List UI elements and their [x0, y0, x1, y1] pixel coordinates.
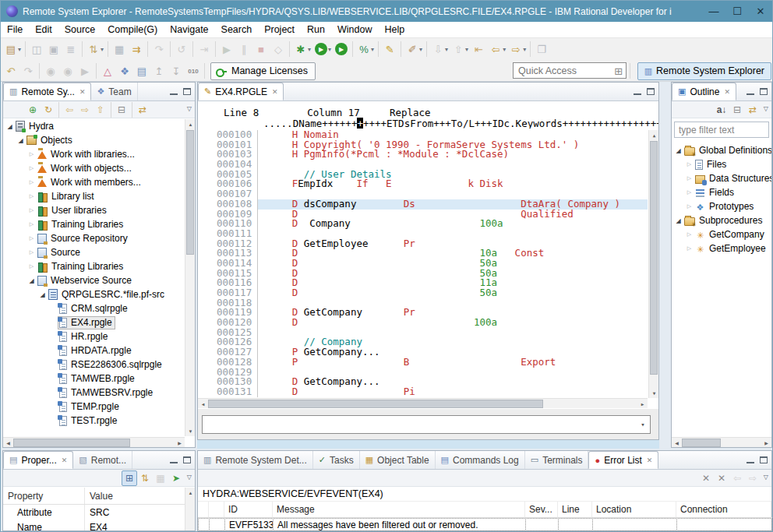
console-tab-remote-system-det[interactable]: ▥Remote System Det...: [198, 451, 313, 469]
tree-item-ex4-rpgle[interactable]: EX4.rpgle: [3, 315, 185, 329]
editor-sash[interactable]: [197, 440, 659, 449]
scroll-right-icon[interactable]: ▶: [175, 438, 185, 448]
property-row-attribute[interactable]: AttributeSRC: [3, 505, 185, 520]
expand-arrow-icon[interactable]: ◢: [5, 123, 14, 130]
property-row-name[interactable]: NameEX4: [3, 520, 185, 530]
expand-arrow-icon[interactable]: ◢: [674, 147, 683, 154]
new-wizard-icon[interactable]: ▤: [2, 41, 19, 58]
tree-item-objects[interactable]: ◢Objects: [3, 133, 185, 147]
tree-item-rse2286306-sqlrpgle[interactable]: RSE2286306.sqlrpgle: [3, 358, 185, 372]
scroll-up-icon[interactable]: ▲: [649, 130, 659, 140]
dropdown-arrow-icon[interactable]: ▾: [101, 46, 104, 53]
record-macro-icon[interactable]: ◉: [42, 62, 59, 79]
scroll-up-icon[interactable]: ▲: [185, 119, 196, 129]
scrollbar-thumb[interactable]: [682, 439, 721, 447]
menu-edit[interactable]: Edit: [29, 24, 58, 35]
outline-tab-outline[interactable]: ▣Outline✕: [672, 83, 736, 100]
save-all-icon[interactable]: ▣: [45, 41, 62, 58]
minimize-view-icon[interactable]: [634, 88, 641, 95]
resume-icon[interactable]: ▶: [218, 41, 235, 58]
editor-vertical-scrollbar[interactable]: ▲ ▼: [648, 130, 658, 398]
expand-arrow-icon[interactable]: ▷: [685, 189, 694, 196]
expand-arrow-icon[interactable]: ▷: [685, 175, 694, 181]
collapse-all-icon[interactable]: ⊟: [729, 102, 745, 118]
editor-body[interactable]: Line 8 Column 17 Replace .....DName+++++…: [198, 102, 658, 439]
expand-arrow-icon[interactable]: ▷: [27, 235, 36, 241]
tree-item-data-structures[interactable]: ▷Data Structures: [672, 171, 771, 185]
run-icon[interactable]: ▶: [315, 43, 327, 55]
tree-item-webservice-source[interactable]: ◢Webservice Source: [3, 273, 185, 287]
editor-message-combo[interactable]: ▾: [202, 415, 651, 434]
remove-all-icon[interactable]: ✕: [714, 470, 729, 486]
expand-arrow-icon[interactable]: ▷: [27, 263, 36, 270]
horizontal-scrollbar[interactable]: ◀ ▶: [3, 437, 185, 447]
expand-arrow-icon[interactable]: ◢: [16, 137, 25, 144]
link-with-editor-icon[interactable]: ⇄: [135, 102, 150, 118]
expand-arrow-icon[interactable]: ▷: [27, 249, 36, 255]
tree-item-user-libraries[interactable]: ▷User libraries: [3, 203, 185, 217]
expand-arrow-icon[interactable]: ▷: [27, 179, 36, 185]
outline-filter-input[interactable]: type filter text: [674, 122, 769, 138]
chevron-down-icon[interactable]: ▾: [636, 421, 650, 428]
editor-horizontal-scrollbar[interactable]: ◀ ▶: [198, 398, 648, 408]
expand-arrow-icon[interactable]: ▷: [685, 245, 694, 252]
horizontal-scrollbar[interactable]: ◀ ▶: [672, 437, 771, 447]
tree-item-subprocedures[interactable]: ◢Subprocedures: [672, 213, 771, 227]
scroll-left-icon[interactable]: ◀: [3, 438, 13, 448]
restore-defaults-icon[interactable]: ▦: [153, 470, 168, 486]
back-icon[interactable]: ⇦: [729, 470, 745, 486]
new-connection-icon[interactable]: ⊕: [25, 102, 41, 118]
tree-item-tamwebsrv-rpgle[interactable]: TAMWEBSRV.rpgle: [3, 386, 185, 400]
menu-window[interactable]: Window: [331, 24, 378, 35]
scroll-down-icon[interactable]: ▼: [185, 426, 196, 436]
tree-item-fields[interactable]: ▷Fields: [672, 185, 771, 199]
forward-icon[interactable]: ⇨: [745, 470, 761, 486]
expand-arrow-icon[interactable]: ◢: [27, 277, 36, 284]
scrollbar-thumb[interactable]: [186, 130, 194, 255]
stop-macro-icon[interactable]: ◉: [59, 62, 76, 79]
tree-item-source-repository[interactable]: ▷Source Repository: [3, 231, 185, 245]
forward-icon[interactable]: ⇨: [507, 41, 524, 58]
disconnect-icon[interactable]: ◇: [270, 41, 287, 58]
expand-arrow-icon[interactable]: ▷: [27, 193, 36, 199]
scroll-right-icon[interactable]: ▶: [761, 438, 771, 448]
up-icon[interactable]: ⇧: [93, 102, 108, 118]
dropdown-arrow-icon[interactable]: ▾: [465, 46, 468, 53]
position-to-icon[interactable]: ⇉: [128, 41, 145, 58]
tree-item-getcompany[interactable]: ▷GetCompany: [672, 227, 771, 241]
tree-item-work-with-members[interactable]: ▷Work with members...: [3, 175, 185, 189]
minimize-view-icon[interactable]: [170, 456, 178, 463]
tree-item-getemployee[interactable]: ▷GetEmployee: [672, 241, 771, 255]
stop-icon[interactable]: ■: [252, 41, 270, 58]
undo-icon[interactable]: ↶: [2, 62, 19, 79]
pin-icon[interactable]: ➤: [168, 470, 184, 486]
refactor-icon[interactable]: ↷: [150, 41, 168, 58]
view-menu-icon[interactable]: ▽: [187, 105, 192, 112]
scrollbar-thumb[interactable]: [208, 400, 543, 408]
binary-icon[interactable]: 010: [185, 62, 202, 79]
show-in-table-icon[interactable]: ▦: [111, 41, 128, 58]
close-tab-icon[interactable]: ✕: [724, 88, 730, 96]
menu-compile-g[interactable]: Compile(G): [101, 24, 164, 35]
new-window-icon[interactable]: ❐: [533, 41, 550, 58]
expand-arrow-icon[interactable]: ▷: [27, 151, 36, 157]
dropdown-arrow-icon[interactable]: ▾: [371, 46, 374, 53]
debug-icon[interactable]: ✱: [292, 41, 309, 58]
editor-tab-ex4-rpgle[interactable]: ✎ EX4.RPGLE ✕: [198, 83, 284, 100]
run-report-icon[interactable]: ▶: [335, 43, 348, 55]
tree-item-source[interactable]: ▷Source: [3, 245, 185, 259]
dropdown-arrow-icon[interactable]: ▾: [328, 46, 331, 53]
expand-arrow-icon[interactable]: ▷: [685, 231, 694, 238]
upload-icon[interactable]: ⇅: [85, 41, 102, 58]
save-icon[interactable]: ◫: [28, 41, 45, 58]
sort-icon[interactable]: a↓: [714, 102, 729, 118]
scroll-right-icon[interactable]: ▶: [637, 399, 648, 409]
profile-icon[interactable]: %: [355, 41, 372, 58]
console-tab-terminals[interactable]: ▭Terminals: [525, 451, 589, 469]
perspective-button-remote-system-explorer[interactable]: ▥ Remote System Explorer: [637, 62, 771, 80]
menu-project[interactable]: Project: [258, 24, 301, 35]
terminate-icon[interactable]: ⇥: [196, 41, 213, 58]
open-perspective-icon[interactable]: ⊞: [610, 62, 627, 79]
menu-source[interactable]: Source: [58, 24, 102, 35]
console-tab-tasks[interactable]: ✓Tasks: [313, 451, 360, 469]
